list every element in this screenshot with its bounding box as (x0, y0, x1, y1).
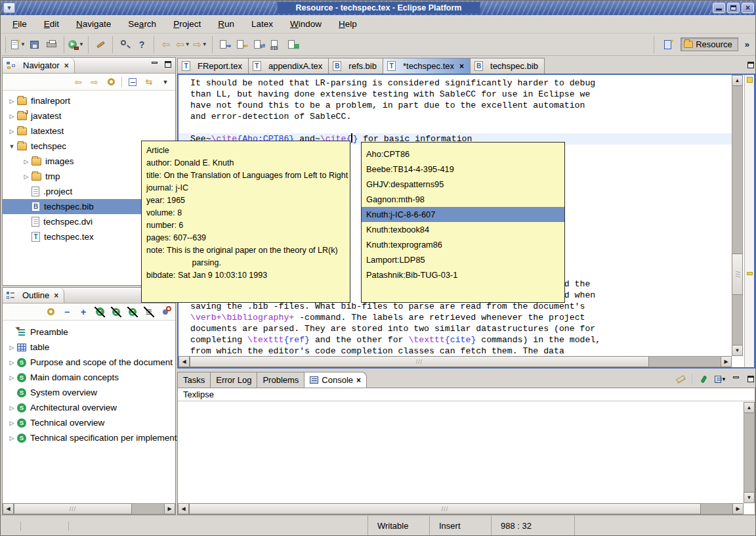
new-wizard-button[interactable]: ✦▼ (10, 37, 26, 53)
run-external-tools-button[interactable]: ▼ (68, 37, 84, 53)
editor-vscroll-down-arrow[interactable]: ▼ (732, 345, 743, 356)
display-console-button[interactable]: ▼ (715, 373, 726, 385)
latex-build-button[interactable]: ⇒ (217, 37, 232, 53)
collapse-all-icon[interactable] (127, 76, 138, 88)
expander-icon[interactable]: ▷ (7, 435, 17, 441)
console-minimize-button[interactable] (732, 375, 741, 384)
latex-doc-button[interactable]: ⇄ (251, 37, 266, 53)
editor-vscroll-track[interactable] (732, 86, 743, 345)
hide-subsections-icon[interactable] (110, 306, 122, 318)
editor-hscroll-left-arrow[interactable]: ◀ (178, 356, 190, 367)
context-help-button[interactable]: ? (134, 37, 150, 53)
expander-icon[interactable]: ▷ (21, 173, 32, 180)
perspective-button-resource[interactable]: Resource (681, 37, 738, 51)
up-icon[interactable] (105, 76, 117, 88)
filter-icon[interactable] (159, 306, 171, 318)
console-maximize-button[interactable] (746, 375, 755, 384)
menu-project[interactable]: Project (165, 16, 209, 32)
save-button[interactable] (27, 37, 43, 53)
collapse-icon[interactable]: − (61, 306, 73, 318)
outline-item-preamble[interactable]: Preamble (3, 324, 175, 340)
close-icon[interactable]: × (356, 376, 361, 385)
editor-maximize-button[interactable] (746, 61, 755, 70)
editor-tab-techspec.tex[interactable]: *techspec.tex× (383, 58, 471, 74)
hide-subsubsections-icon[interactable] (127, 306, 138, 318)
link-with-editor-icon[interactable]: ⇆ (143, 76, 155, 88)
navigator-minimize-button[interactable] (150, 60, 159, 69)
outline-hscroll-left-arrow[interactable]: ◀ (3, 503, 14, 514)
pin-console-button[interactable] (698, 373, 709, 385)
expander-icon[interactable]: ▷ (7, 98, 17, 104)
editor-hscroll-right-arrow[interactable]: ▶ (721, 356, 732, 367)
completion-item[interactable]: Beebe:TB14-4-395-419 (362, 162, 564, 177)
console-vscroll-track[interactable] (744, 413, 755, 492)
outline-hscroll-thumb[interactable]: /// (14, 503, 132, 514)
nav-forward-button[interactable]: ⇨▼ (192, 37, 208, 53)
console-tab-error-log[interactable]: Error Log (211, 372, 257, 388)
expander-icon[interactable]: ▷ (7, 359, 17, 366)
refresh-icon[interactable] (45, 306, 56, 318)
latex-partial-build-button[interactable]: ⇐ (234, 37, 249, 53)
menu-edit[interactable]: Edit (35, 16, 68, 32)
outline-item-system-overview[interactable]: System overview (3, 385, 175, 400)
minimize-button[interactable] (713, 3, 725, 13)
highlighter-button[interactable] (93, 37, 108, 53)
outline-title-tab[interactable]: Outline × (3, 288, 64, 303)
menu-file[interactable]: File (4, 16, 35, 32)
open-perspective-button[interactable]: ✦ (660, 37, 676, 53)
latex-bib-button[interactable]: ▤ (285, 37, 301, 53)
menu-latex[interactable]: Latex (243, 16, 282, 32)
outline-item-purpose-and-scope-of-the-document[interactable]: ▷Purpose and scope of the document (3, 355, 175, 370)
outline-hscroll-right-arrow[interactable]: ▶ (164, 503, 175, 514)
expander-icon[interactable]: ▷ (7, 128, 17, 135)
console-tab-console[interactable]: Console× (304, 372, 367, 388)
completion-item[interactable]: Knuth:texprogram86 (362, 237, 564, 252)
navigator-item-javatest[interactable]: ▷javatest (3, 108, 175, 123)
menu-window[interactable]: Window (282, 16, 330, 32)
expander-icon[interactable]: ▷ (7, 405, 17, 411)
console-tab-tasks[interactable]: Tasks (177, 372, 211, 388)
overview-warning-marker[interactable] (747, 77, 753, 83)
clear-console-button[interactable] (675, 373, 686, 385)
back-icon[interactable]: ⇦ (72, 76, 84, 88)
expand-icon[interactable]: + (77, 306, 89, 318)
completion-item[interactable]: Knuth:j-IC-8-6-607 (362, 207, 564, 222)
print-button[interactable] (44, 37, 60, 53)
navigator-maximize-button[interactable] (163, 60, 173, 69)
view-menu-icon[interactable]: ▼ (159, 76, 171, 88)
editor-tab-techspec.bib[interactable]: techspec.bib (471, 58, 545, 74)
editor-hscroll-thumb[interactable]: /// (190, 356, 649, 367)
editor-vscroll-up-arrow[interactable]: ▲ (732, 75, 743, 86)
latex-dvi-button[interactable]: 010 (268, 37, 284, 53)
outline-item-main-domain-concepts[interactable]: ▷Main domain concepts (3, 370, 175, 385)
navigator-close-icon[interactable]: × (64, 61, 69, 70)
menu-search[interactable]: Search (119, 16, 165, 32)
expander-icon[interactable]: ▷ (7, 420, 17, 426)
close-button[interactable]: × (742, 3, 754, 13)
nav-back-button[interactable]: ⇦ (158, 37, 174, 53)
completion-item[interactable]: Patashnik:Bib-TUG-03-1 (362, 267, 564, 282)
outline-close-icon[interactable]: × (54, 291, 58, 300)
forward-icon[interactable]: ⇨ (89, 76, 100, 88)
search-button[interactable] (117, 37, 133, 53)
outline-item-technical-specification-per-implement[interactable]: ▷Technical specification per implement (3, 430, 175, 445)
navigator-item-latextest[interactable]: ▷latextest (3, 123, 175, 139)
window-menu-button[interactable]: ▼ (3, 3, 15, 13)
completion-item[interactable]: Gagnon:mth-98 (362, 192, 564, 207)
editor-vscroll-thumb[interactable]: /// (732, 254, 743, 295)
expander-icon[interactable]: ▷ (7, 374, 17, 381)
completion-item[interactable]: Lamport:LDP85 (362, 252, 564, 267)
navigator-title-tab[interactable]: Navigator × (3, 58, 75, 73)
console-vscroll-up-arrow[interactable]: ▲ (744, 402, 755, 413)
overview-warning-marker[interactable] (747, 272, 753, 275)
expander-icon[interactable]: ▼ (7, 143, 17, 150)
expander-icon[interactable]: ▷ (7, 344, 17, 351)
expander-icon[interactable]: ▷ (7, 113, 17, 120)
perspective-overflow-chevron[interactable]: » (742, 39, 752, 49)
completion-item[interactable]: GHJV:despatterns95 (362, 177, 564, 192)
completion-item[interactable]: Aho:CPT86 (362, 146, 564, 162)
editor-tab-freport.tex[interactable]: FReport.tex (177, 58, 249, 74)
menu-help[interactable]: Help (330, 16, 366, 32)
outline-item-architectural-overview[interactable]: ▷Architectural overview (3, 400, 175, 415)
console-hscroll-right-arrow[interactable]: ▶ (732, 503, 744, 514)
